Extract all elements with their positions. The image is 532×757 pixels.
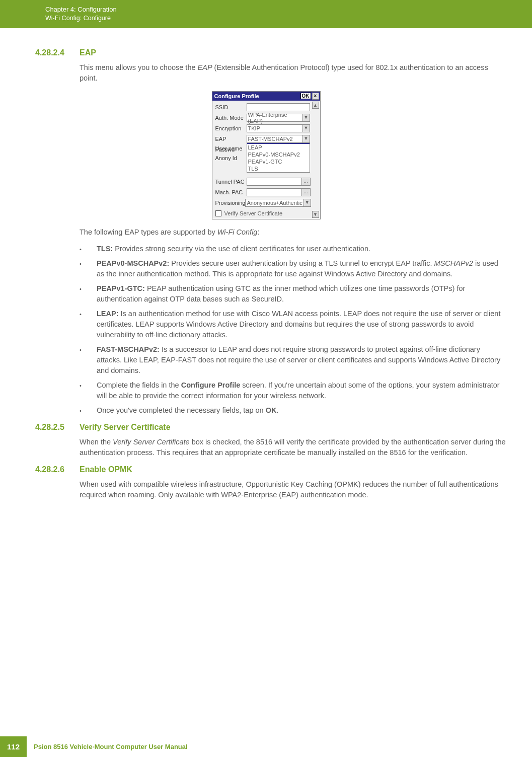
text-fragment: The following EAP types are supported by [80, 228, 217, 236]
bullet-lead: PEAPv1-GTC: [97, 284, 145, 292]
mach-label: Mach. PAC [215, 189, 247, 195]
list-item: • Complete the fields in the Configure P… [80, 380, 507, 401]
enc-combo[interactable]: TKIP▼ [247, 124, 310, 132]
ssid-label: SSID [215, 104, 247, 110]
list-item: • PEAPv1-GTC: PEAP authentication using … [80, 283, 507, 305]
chapter-subtitle: Wi-Fi Config: Configure [45, 14, 532, 23]
section-body: When used with compatible wireless infra… [80, 479, 507, 500]
enc-label: Encryption [215, 125, 247, 131]
anony-label: Anony Id [215, 155, 247, 161]
section-number: 4.28.2.6 [0, 465, 80, 474]
prov-value: Anonymous+Authentic [247, 200, 302, 206]
chevron-down-icon[interactable]: ▼ [303, 199, 311, 206]
section-intro: This menu allows you to choose the EAP (… [80, 62, 507, 84]
bullet-icon: • [80, 283, 97, 305]
after-image-text: The following EAP types are supported by… [80, 227, 507, 238]
auth-combo[interactable]: WPA-Enterprise (EAP)▼ [247, 114, 310, 122]
chevron-down-icon[interactable]: ▼ [302, 125, 310, 132]
bullet-icon: • [80, 380, 97, 401]
list-item: • PEAPv0-MSCHAPv2: Provides secure user … [80, 258, 507, 279]
text-fragment: When the [80, 438, 113, 446]
section-heading: 4.28.2.6 Enable OPMK [0, 465, 532, 474]
text-fragment: : [257, 228, 259, 236]
auth-value: WPA-Enterprise (EAP) [248, 112, 301, 124]
page-footer: 112 Psion 8516 Vehicle-Mount Computer Us… [0, 736, 532, 757]
section-number: 4.28.2.4 [0, 48, 80, 57]
bullet-text: Provides strong security via the use of … [113, 245, 370, 253]
bullet-italic: MSCHAPv2 [434, 259, 473, 267]
intro-italic: EAP [198, 63, 212, 71]
bullet-icon: • [80, 405, 97, 416]
bullet-text: Complete the fields in the [97, 381, 181, 389]
bullet-text: Is an authentication method for use with… [97, 310, 500, 339]
configure-profile-dialog: Configure Profile OK × ▲ SSID Auth. Mode… [212, 91, 321, 219]
bullet-text: Provides secure user authentication by u… [169, 259, 434, 267]
section-title: Verify Server Certificate [80, 423, 171, 432]
dialog-titlebar: Configure Profile OK × [212, 92, 320, 101]
bullet-lead: FAST-MSCHAPv2: [97, 345, 160, 353]
eap-value: FAST-MSCHAPv2 [248, 136, 293, 142]
dialog-body: ▲ SSID Auth. Mode WPA-Enterprise (EAP)▼ … [212, 101, 320, 219]
section-body: When the Verify Server Certificate box i… [80, 437, 507, 458]
verify-cert-checkbox[interactable] [215, 210, 221, 216]
text-italic: Verify Server Certificate [113, 438, 190, 446]
list-item: • FAST-MSCHAPv2: Is a successor to LEAP … [80, 344, 507, 376]
page-number: 112 [0, 736, 27, 757]
bullet-list: • TLS: Provides strong security via the … [80, 244, 507, 416]
tunnel-input[interactable]: ... [247, 178, 310, 186]
bullet-icon: • [80, 309, 97, 340]
enc-value: TKIP [248, 125, 260, 131]
bullet-lead: TLS: [97, 245, 113, 253]
bullet-bold: OK [266, 406, 277, 414]
bullet-icon: • [80, 344, 97, 376]
section-number: 4.28.2.5 [0, 423, 80, 432]
browse-button[interactable]: ... [301, 178, 311, 186]
close-button[interactable]: × [312, 93, 319, 100]
section-title: EAP [80, 48, 96, 57]
browse-button[interactable]: ... [301, 188, 311, 196]
chapter-title: Chapter 4: Configuration [45, 5, 532, 14]
chevron-down-icon[interactable]: ▼ [302, 114, 310, 121]
ssid-input[interactable] [247, 103, 310, 111]
verify-cert-row[interactable]: Verify Server Certificate [215, 209, 310, 218]
chevron-down-icon[interactable]: ▼ [302, 135, 310, 142]
chapter-header: Chapter 4: Configuration Wi-Fi Config: C… [0, 0, 532, 28]
pass-label: Passwd [215, 146, 247, 153]
list-item: • LEAP: Is an authentication method for … [80, 309, 507, 340]
verify-cert-label: Verify Server Certificate [224, 210, 283, 216]
bullet-text: Once you've completed the necessary fiel… [97, 406, 266, 414]
tunnel-label: Tunnel PAC [215, 179, 247, 185]
section-heading: 4.28.2.5 Verify Server Certificate [0, 423, 532, 432]
mach-input[interactable]: ... [247, 188, 310, 196]
eap-label: EAP [215, 136, 247, 142]
text-italic: Wi-Fi Config [217, 228, 258, 236]
bullet-lead: LEAP: [97, 310, 119, 318]
dialog-screenshot: Configure Profile OK × ▲ SSID Auth. Mode… [0, 91, 532, 219]
section-title: Enable OPMK [80, 465, 132, 474]
dialog-title-text: Configure Profile [214, 93, 300, 99]
auth-label: Auth. Mode [215, 115, 247, 121]
bullet-icon: • [80, 258, 97, 279]
ok-button[interactable]: OK [300, 93, 311, 99]
prov-label: Provisioning [215, 200, 246, 206]
footer-text: Psion 8516 Vehicle-Mount Computer User M… [27, 743, 188, 750]
list-item: • TLS: Provides strong security via the … [80, 244, 507, 254]
bullet-text: PEAP authentication using GTC as the inn… [97, 284, 465, 303]
prov-combo[interactable]: Anonymous+Authentic▼ [245, 199, 311, 207]
intro-text: This menu allows you to choose the [80, 63, 198, 71]
bullet-bold: Configure Profile [181, 381, 241, 389]
bullet-text: . [276, 406, 278, 414]
bullet-icon: • [80, 244, 97, 254]
eap-combo[interactable]: FAST-MSCHAPv2▼ [247, 135, 310, 143]
bullet-lead: PEAPv0-MSCHAPv2: [97, 259, 169, 267]
section-heading: 4.28.2.4 EAP [0, 48, 532, 57]
page-content: 4.28.2.4 EAP This menu allows you to cho… [0, 28, 532, 500]
scroll-up-icon[interactable]: ▲ [312, 102, 319, 109]
list-item: • Once you've completed the necessary fi… [80, 405, 507, 416]
scroll-down-icon[interactable]: ▼ [312, 211, 319, 218]
